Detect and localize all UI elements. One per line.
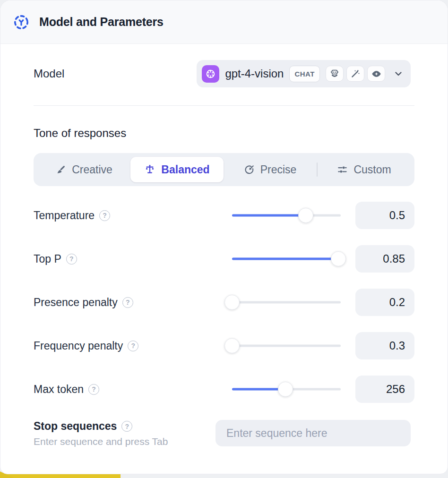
tab-label: Precise xyxy=(260,163,297,176)
slider-knob[interactable] xyxy=(224,295,240,310)
temperature-value[interactable]: 0.5 xyxy=(355,202,414,229)
help-icon[interactable]: ? xyxy=(99,210,110,221)
frequency-penalty-slider[interactable] xyxy=(232,338,341,353)
help-icon[interactable]: ? xyxy=(122,297,133,308)
card-header: Model and Parameters xyxy=(0,0,448,44)
magic-wand-icon xyxy=(346,66,364,82)
slider-track[interactable] xyxy=(232,345,341,347)
stop-sequences-label: Stop sequences xyxy=(34,420,117,433)
tone-heading: Tone of responses xyxy=(34,127,414,140)
param-row-temperature: Temperature ? 0.5 xyxy=(34,202,414,229)
model-type-badge: CHAT xyxy=(289,66,320,82)
temperature-slider[interactable] xyxy=(232,208,341,223)
vision-icon xyxy=(367,66,385,82)
param-label-text: Top P xyxy=(34,253,61,265)
stop-sequences-row: Stop sequences ? Enter sequence and pres… xyxy=(34,420,414,447)
presence-penalty-slider[interactable] xyxy=(232,295,341,310)
presence-penalty-value[interactable]: 0.2 xyxy=(355,289,414,316)
sliders-icon xyxy=(337,164,348,175)
slider-knob[interactable] xyxy=(278,382,293,397)
help-icon[interactable]: ? xyxy=(121,421,132,432)
paintbrush-icon xyxy=(55,164,66,175)
tab-label: Creative xyxy=(72,163,112,176)
top-p-slider[interactable] xyxy=(232,251,341,266)
selected-model-name: gpt-4-vision xyxy=(225,67,284,80)
tab-label: Balanced xyxy=(161,163,209,176)
max-token-slider[interactable] xyxy=(232,382,341,397)
param-label-text: Max token xyxy=(34,383,84,396)
param-row-presence-penalty: Presence penalty ? 0.2 xyxy=(34,289,414,316)
help-icon[interactable]: ? xyxy=(128,341,138,351)
help-icon[interactable]: ? xyxy=(88,384,99,395)
param-row-top-p: Top P ? 0.85 xyxy=(34,245,414,273)
tab-label: Custom xyxy=(353,163,391,176)
top-p-value[interactable]: 0.85 xyxy=(355,245,414,273)
frequency-penalty-value[interactable]: 0.3 xyxy=(355,332,414,359)
tab-balanced[interactable]: Balanced xyxy=(130,157,224,182)
section-divider xyxy=(34,105,414,106)
tab-precise[interactable]: Precise xyxy=(224,157,317,182)
slider-knob[interactable] xyxy=(224,338,240,353)
slider-track[interactable] xyxy=(232,301,341,304)
page-title: Model and Parameters xyxy=(39,15,164,29)
balance-scale-icon xyxy=(144,164,155,175)
robot-icon xyxy=(326,66,344,82)
param-label-text: Presence penalty xyxy=(34,296,118,309)
param-label-text: Frequency penalty xyxy=(34,340,123,352)
model-label: Model xyxy=(34,67,64,80)
model-node-icon xyxy=(12,13,31,32)
background-yellow-strip xyxy=(0,474,121,478)
tone-tab-bar: Creative Balanced xyxy=(34,153,414,186)
param-row-max-token: Max token ? 256 xyxy=(34,376,414,403)
slider-knob[interactable] xyxy=(331,251,346,266)
param-label-text: Temperature xyxy=(34,209,95,222)
slider-knob[interactable] xyxy=(298,208,313,223)
slider-fill xyxy=(232,214,306,217)
stop-sequence-input[interactable] xyxy=(215,420,411,446)
model-row: Model xyxy=(34,60,414,87)
model-capability-icons xyxy=(326,66,385,82)
stop-sequences-hint: Enter sequence and press Tab xyxy=(34,436,168,447)
page-background: Model and Parameters Model xyxy=(0,0,448,478)
tab-custom[interactable]: Custom xyxy=(318,157,411,182)
target-arrow-icon xyxy=(244,164,255,175)
param-row-frequency-penalty: Frequency penalty ? 0.3 xyxy=(34,332,414,359)
tab-creative[interactable]: Creative xyxy=(37,157,130,182)
model-select-dropdown[interactable]: gpt-4-vision CHAT xyxy=(197,60,411,87)
model-parameters-card: Model and Parameters Model xyxy=(0,0,448,474)
chevron-down-icon xyxy=(393,68,404,79)
max-token-value[interactable]: 256 xyxy=(355,376,414,403)
openai-logo xyxy=(202,65,219,83)
help-icon[interactable]: ? xyxy=(66,254,77,265)
slider-fill xyxy=(232,258,338,260)
